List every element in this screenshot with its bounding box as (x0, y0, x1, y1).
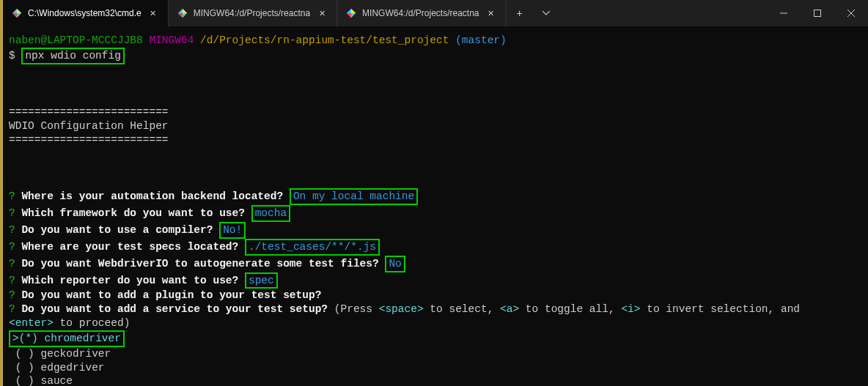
option-marker: >(*) (12, 333, 38, 344)
key-a: <a> (500, 303, 519, 315)
svg-marker-7 (351, 9, 356, 13)
tabs-container: C:\Windows\system32\cmd.e ✕ MINGW64:/d/P… (3, 0, 767, 26)
question: Do you want to use a compiler? (21, 224, 213, 236)
qmark-icon: ? (9, 258, 15, 270)
prompt-line: naben@LAPTOP-MCCCJJB8 MINGW64 /d/Project… (9, 34, 862, 48)
divider: ========================= (9, 105, 862, 119)
key-space: <space> (379, 303, 424, 315)
close-icon[interactable]: ✕ (147, 7, 159, 19)
close-button[interactable] (834, 0, 868, 26)
terminal-icon (346, 8, 356, 18)
qa-row: ? Do you want WebdriverIO to autogenerat… (9, 256, 862, 272)
tab-dropdown-button[interactable] (533, 0, 559, 26)
qmark-icon: ? (9, 241, 15, 253)
option-marker: ( ) (9, 375, 34, 386)
answer: No (389, 258, 401, 270)
question: Where are your test specs located? (21, 241, 238, 253)
qa-row: ? Do you want to add a plugin to your te… (9, 289, 862, 303)
answer: On my local machine (293, 190, 414, 202)
command-box: npx wdio config (21, 48, 125, 64)
option-row-selected[interactable]: >(*) chromedriver (9, 330, 862, 347)
option-row[interactable]: ( ) geckodriver (9, 347, 862, 361)
qmark-icon: ? (9, 289, 15, 301)
svg-rect-10 (814, 10, 821, 17)
option-box: >(*) chromedriver (9, 330, 125, 347)
answer: mocha (255, 207, 287, 219)
qa-row: ? Where are your test specs located? ./t… (9, 239, 862, 256)
question: Which framework do you want to use? (21, 207, 245, 219)
tab-label: MINGW64:/d/Projects/reactna (194, 8, 310, 18)
option-label: geckodriver (41, 348, 111, 360)
terminal-content[interactable]: naben@LAPTOP-MCCCJJB8 MINGW64 /d/Project… (3, 26, 868, 386)
titlebar: C:\Windows\system32\cmd.e ✕ MINGW64:/d/P… (3, 0, 868, 26)
question: Where is your automation backend located… (21, 190, 283, 202)
command-line: $ npx wdio config (9, 48, 862, 64)
qa-row: ? Do you want to add a service to your t… (9, 303, 862, 316)
qmark-icon: ? (9, 207, 15, 219)
key-enter: <enter> (9, 317, 54, 329)
close-icon[interactable]: ✕ (485, 7, 497, 19)
svg-marker-4 (183, 9, 187, 13)
cwd-path: /d/Projects/rn-appium-test/test_project (200, 34, 449, 46)
prompt-symbol: $ (9, 50, 15, 62)
question: Do you want WebdriverIO to autogenerate … (21, 258, 378, 270)
option-label: chromedriver (45, 333, 121, 344)
option-row[interactable]: ( ) edgedriver (9, 361, 862, 375)
qa-row: ? Where is your automation backend locat… (9, 188, 862, 205)
hint-line-2: <enter> to proceed) (9, 316, 862, 330)
option-row[interactable]: ( ) sauce (9, 374, 862, 386)
qa-row: ? Which reporter do you want to use? spe… (9, 272, 862, 289)
new-tab-button[interactable]: + (507, 0, 533, 26)
git-branch: (master) (455, 34, 507, 46)
answer-box: No (385, 256, 405, 272)
answer-box: mocha (251, 205, 291, 222)
answer: spec (249, 275, 274, 286)
question: Which reporter do you want to use? (21, 275, 238, 286)
helper-title: WDIO Configuration Helper (9, 119, 862, 133)
tab-cmd[interactable]: C:\Windows\system32\cmd.e ✕ (3, 0, 169, 26)
qmark-icon: ? (9, 303, 15, 315)
option-marker: ( ) (9, 362, 34, 374)
answer-box: ./test_cases/**/*.js (245, 239, 380, 256)
option-label: edgedriver (41, 362, 105, 374)
window-controls (767, 0, 868, 26)
qa-row: ? Do you want to use a compiler? No! (9, 222, 862, 239)
blank-line (9, 161, 862, 175)
blank-line (9, 78, 862, 92)
question: Do you want to add a plugin to your test… (21, 289, 321, 301)
tab-mingw-1[interactable]: MINGW64:/d/Projects/reactna ✕ (169, 0, 337, 26)
tab-label: C:\Windows\system32\cmd.e (28, 8, 141, 18)
key-i: <i> (621, 303, 640, 315)
divider: ========================= (9, 133, 862, 147)
qmark-icon: ? (9, 190, 15, 202)
qa-row: ? Which framework do you want to use? mo… (9, 205, 862, 222)
svg-marker-8 (347, 13, 351, 18)
qmark-icon: ? (9, 224, 15, 236)
answer-box: No! (219, 222, 246, 239)
option-marker: ( ) (9, 348, 34, 360)
svg-marker-2 (12, 13, 17, 18)
svg-marker-5 (178, 13, 183, 18)
qmark-icon: ? (9, 275, 15, 286)
close-icon[interactable]: ✕ (316, 7, 328, 19)
tab-mingw-2[interactable]: MINGW64:/d/Projects/reactna ✕ (337, 0, 506, 26)
question: Do you want to add a service to your tes… (21, 303, 328, 315)
minimize-button[interactable] (767, 0, 801, 26)
svg-marker-1 (17, 9, 21, 13)
user-host: naben@LAPTOP-MCCCJJB8 (9, 34, 143, 46)
terminal-icon (177, 8, 188, 18)
hint: (Press (334, 303, 379, 315)
tab-label: MINGW64:/d/Projects/reactna (362, 8, 479, 18)
answer-box: spec (245, 272, 278, 289)
terminal-icon (12, 8, 22, 18)
option-label: sauce (41, 375, 73, 386)
answer: ./test_cases/**/*.js (249, 241, 376, 253)
answer-box: On my local machine (290, 188, 418, 205)
maximize-button[interactable] (801, 0, 834, 26)
command-text: npx wdio config (25, 50, 121, 62)
answer: No! (223, 224, 242, 236)
shell-name: MINGW64 (149, 34, 194, 46)
